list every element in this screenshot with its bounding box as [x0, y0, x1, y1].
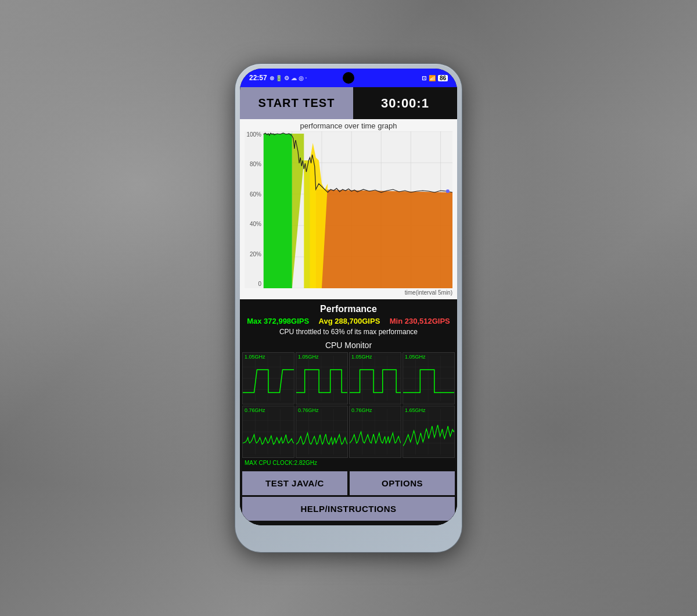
front-camera	[343, 72, 354, 84]
svg-point-17	[446, 189, 450, 193]
graph-x-label: time(interval 5min)	[240, 288, 457, 296]
notification-icons: ⊗ 🔋 ⚙ ☁ ◎ ·	[270, 75, 307, 81]
svg-marker-13	[292, 134, 304, 288]
status-bar-right: ⊡ 📶 86	[422, 75, 448, 81]
cpu-core-6: 0.76GHz	[296, 406, 348, 458]
cpu-core-3-graph	[350, 353, 401, 404]
status-bar-left: 22:57 ⊗ 🔋 ⚙ ☁ ◎ ·	[249, 74, 307, 82]
performance-title: Performance	[242, 304, 455, 314]
options-button[interactable]: OPTIONS	[350, 471, 455, 495]
cpu-core-2-freq: 1.05GHz	[298, 354, 319, 360]
cpu-core-2: 1.05GHz	[296, 352, 348, 404]
cpu-core-3: 1.05GHz	[349, 352, 401, 404]
cpu-core-8-graph	[403, 406, 454, 457]
performance-stats: Performance Max 372,998GIPS Avg 288,700G…	[240, 299, 457, 338]
cpu-core-6-graph	[296, 406, 347, 457]
perf-throttle: CPU throttled to 63% of its max performa…	[242, 328, 455, 336]
phone-screen: 22:57 ⊗ 🔋 ⚙ ☁ ◎ · ⊡ 📶 86 START TEST 30:0…	[240, 69, 457, 525]
cpu-core-3-freq: 1.05GHz	[351, 354, 372, 360]
status-bar: 22:57 ⊗ 🔋 ⚙ ☁ ◎ · ⊡ 📶 86	[240, 69, 457, 87]
svg-marker-15	[316, 189, 452, 288]
svg-marker-12	[264, 134, 292, 288]
graph-title: performance over time graph	[240, 119, 457, 131]
performance-graph-svg	[245, 131, 452, 288]
cpu-core-4-freq: 1.05GHz	[405, 354, 426, 360]
perf-min: Min 230,512GIPS	[390, 317, 450, 325]
timer-display: 30:00:1	[353, 87, 457, 119]
cpu-core-1-graph	[243, 353, 294, 404]
cpu-core-1-freq: 1.05GHz	[245, 354, 265, 360]
cpu-core-6-freq: 0.76GHz	[298, 407, 319, 413]
cpu-core-4-graph	[403, 353, 454, 404]
cpu-core-7-freq: 0.76GHz	[351, 407, 372, 413]
help-instructions-button[interactable]: HELP/INSTRUCTIONS	[242, 497, 455, 521]
perf-max: Max 372,998GIPS	[247, 317, 309, 325]
cpu-core-8: 1.65GHz	[403, 406, 455, 458]
bottom-buttons-row1: TEST JAVA/C OPTIONS	[240, 468, 457, 497]
top-buttons-row: START TEST 30:00:1	[240, 87, 457, 119]
cpu-core-8-freq: 1.65GHz	[405, 407, 426, 413]
performance-numbers: Max 372,998GIPS Avg 288,700GIPS Min 230,…	[242, 317, 455, 325]
cpu-top-grid: 1.05GHz	[242, 352, 455, 404]
cpu-core-4: 1.05GHz	[403, 352, 455, 404]
perf-avg: Avg 288,700GIPS	[319, 317, 380, 325]
cpu-core-7: 0.76GHz	[349, 406, 401, 458]
cpu-monitor-title: CPU Monitor	[242, 341, 455, 350]
wifi-icon: 📶	[429, 75, 436, 81]
cpu-core-5-freq: 0.76GHz	[245, 407, 265, 413]
battery-indicator: 86	[438, 75, 448, 81]
screen-icon: ⊡	[422, 75, 426, 81]
start-test-button[interactable]: START TEST	[240, 87, 353, 119]
cpu-core-5: 0.76GHz	[242, 406, 294, 458]
test-java-c-button[interactable]: TEST JAVA/C	[242, 471, 347, 495]
app-content: START TEST 30:00:1 performance over time…	[240, 87, 457, 525]
cpu-core-7-graph	[350, 406, 401, 457]
max-cpu-clock-label: MAX CPU CLOCK:2.82GHz	[242, 458, 455, 468]
graph-area: 100% 80% 60% 40% 20% 0	[245, 131, 452, 288]
status-time: 22:57	[249, 74, 267, 82]
cpu-core-5-graph	[243, 406, 294, 457]
phone-device: 22:57 ⊗ 🔋 ⚙ ☁ ◎ · ⊡ 📶 86 START TEST 30:0…	[235, 64, 462, 552]
cpu-core-2-graph	[296, 353, 347, 404]
performance-graph-container: performance over time graph 100% 80% 60%…	[240, 119, 457, 299]
bottom-buttons-row2: HELP/INSTRUCTIONS	[240, 497, 457, 525]
cpu-bottom-grid: 0.76GHz	[242, 406, 455, 458]
cpu-monitor-section: CPU Monitor 1.05GHz	[240, 338, 457, 468]
cpu-core-1: 1.05GHz	[242, 352, 294, 404]
